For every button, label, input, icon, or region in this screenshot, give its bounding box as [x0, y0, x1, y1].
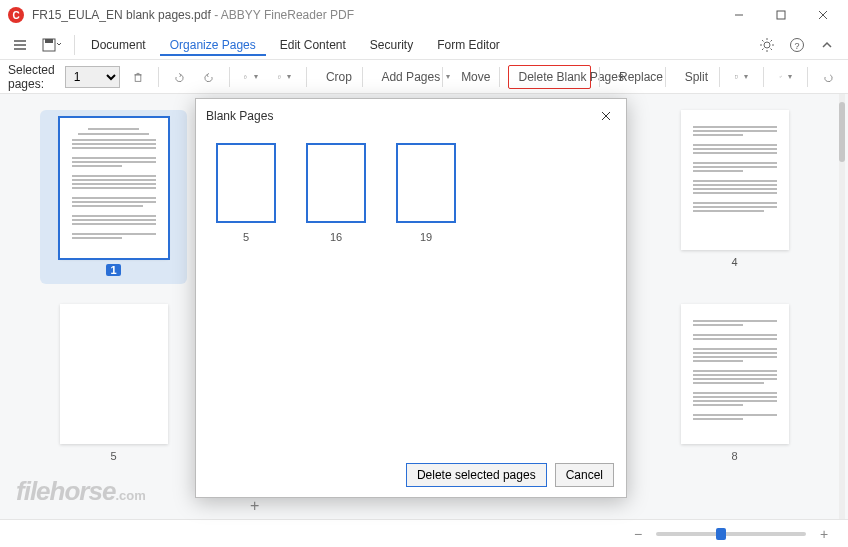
- cancel-button[interactable]: Cancel: [555, 463, 614, 487]
- dialog-mask: Blank Pages 5 16 19 Delete selected page…: [0, 0, 848, 547]
- dialog-title: Blank Pages: [206, 109, 273, 123]
- page-number: 16: [330, 231, 342, 243]
- dialog-page-thumbnail[interactable]: 5: [216, 143, 276, 443]
- dialog-page-thumbnail[interactable]: 19: [396, 143, 456, 443]
- delete-selected-pages-button[interactable]: Delete selected pages: [406, 463, 547, 487]
- page-number: 5: [243, 231, 249, 243]
- blank-pages-dialog: Blank Pages 5 16 19 Delete selected page…: [195, 98, 627, 498]
- page-number: 19: [420, 231, 432, 243]
- dialog-page-thumbnail[interactable]: 16: [306, 143, 366, 443]
- dialog-close-icon[interactable]: [596, 106, 616, 126]
